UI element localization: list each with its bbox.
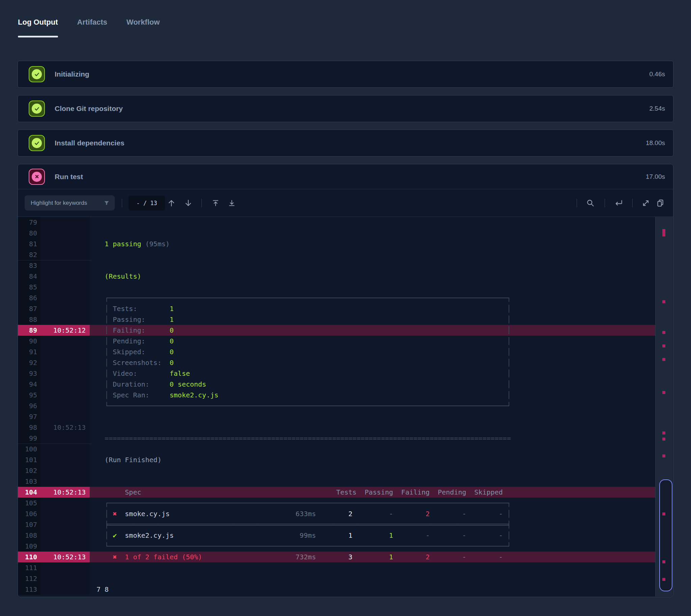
jump-to-bottom-icon xyxy=(228,199,236,207)
line-number: 111 xyxy=(18,563,41,573)
fullscreen-button[interactable] xyxy=(640,197,652,209)
log-line-111[interactable]: 111 xyxy=(18,563,673,573)
line-number: 105 xyxy=(18,498,41,508)
log-line-83[interactable]: 83 xyxy=(18,260,673,271)
log-line-87[interactable]: 87 │ Tests: 1 │ xyxy=(18,303,673,314)
line-content: ========================================… xyxy=(90,433,655,444)
line-content: ✖ 1 of 2 failed (50%) 732ms 3 1 2 - - xyxy=(90,552,655,563)
log-line-105[interactable]: 105 ┌───────────────────────────────────… xyxy=(18,498,673,508)
line-timestamp xyxy=(41,239,90,249)
log-line-106[interactable]: 106 │ ✖ smoke.cy.js 633ms 2 - 2 - - │ xyxy=(18,508,673,519)
minimap-marker xyxy=(662,300,665,303)
line-content xyxy=(90,444,655,455)
run-test-log-panel: Run test 17.00s Highlight for keywords -… xyxy=(18,164,673,597)
line-number: 98 xyxy=(18,422,41,433)
minimap-viewport-thumb[interactable] xyxy=(659,479,672,591)
log-line-91[interactable]: 91 │ Skipped: 0 │ xyxy=(18,347,673,357)
tab-log-output[interactable]: Log Output xyxy=(18,18,58,38)
step-clone-git-repository[interactable]: Clone Git repository 2.54s xyxy=(18,95,673,122)
log-line-109[interactable]: 109 └───────────────────────────────────… xyxy=(18,541,673,552)
log-line-90[interactable]: 90 │ Pending: 0 │ xyxy=(18,336,673,347)
log-line-102[interactable]: 102 xyxy=(18,465,673,476)
log-line-101[interactable]: 101 (Run Finished) xyxy=(18,455,673,465)
line-timestamp xyxy=(41,530,90,541)
line-timestamp xyxy=(41,347,90,357)
line-timestamp xyxy=(41,444,90,455)
line-number: 103 xyxy=(18,476,41,487)
log-line-88[interactable]: 88 │ Passing: 1 │ xyxy=(18,314,673,325)
log-line-92[interactable]: 92 │ Screenshots: 0 │ xyxy=(18,357,673,368)
line-number: 86 xyxy=(18,292,41,303)
line-content: │ Spec Ran: smoke2.cy.js │ xyxy=(90,390,655,400)
step-duration: 18.00s xyxy=(646,139,665,147)
log-line-107[interactable]: 107 ╞═══════════════════════════════════… xyxy=(18,519,673,530)
log-line-86[interactable]: 86 ┌────────────────────────────────────… xyxy=(18,292,673,303)
prev-match-button[interactable] xyxy=(165,197,177,209)
success-check-icon xyxy=(29,66,45,82)
search-button[interactable] xyxy=(584,197,597,209)
next-match-button[interactable] xyxy=(182,197,194,209)
log-line-93[interactable]: 93 │ Video: false │ xyxy=(18,368,673,379)
line-content: │ Pending: 0 │ xyxy=(90,336,655,347)
minimap-marker xyxy=(662,358,665,361)
line-number: 102 xyxy=(18,465,41,476)
line-content: │ ✖ smoke.cy.js 633ms 2 - 2 - - │ xyxy=(90,508,655,519)
line-number: 90 xyxy=(18,336,41,347)
log-line-103[interactable]: 103 xyxy=(18,476,673,487)
line-timestamp xyxy=(41,541,90,552)
log-line-113[interactable]: 1137 8 xyxy=(18,584,673,595)
log-line-82[interactable]: 82 xyxy=(18,249,673,260)
line-number: 107 xyxy=(18,519,41,530)
log-line-96[interactable]: 96 └────────────────────────────────────… xyxy=(18,400,673,411)
log-line-104[interactable]: 10410:52:13 Spec Tests Passing Failing P… xyxy=(18,487,673,498)
log-line-100[interactable]: 100 xyxy=(18,444,673,455)
log-line-98[interactable]: 9810:52:13 xyxy=(18,422,673,433)
line-content: Spec Tests Passing Failing Pending Skipp… xyxy=(90,487,655,498)
log-group-separator xyxy=(18,444,91,444)
step-run-test[interactable]: Run test 17.00s xyxy=(18,164,673,189)
log-line-85[interactable]: 85 xyxy=(18,282,673,292)
keyword-filter-input[interactable]: Highlight for keywords xyxy=(25,195,115,211)
line-timestamp xyxy=(41,357,90,368)
line-number: 81 xyxy=(18,239,41,249)
step-install-dependencies[interactable]: Install dependencies 18.00s xyxy=(18,130,673,156)
log-line-79[interactable]: 79 xyxy=(18,217,673,228)
scroll-to-top-button[interactable] xyxy=(210,197,222,209)
line-number: 89 xyxy=(18,325,41,336)
log-line-81[interactable]: 81 1 passing (95ms) xyxy=(18,239,673,249)
line-timestamp xyxy=(41,303,90,314)
line-timestamp xyxy=(41,368,90,379)
log-line-110[interactable]: 11010:52:13 ✖ 1 of 2 failed (50%) 732ms … xyxy=(18,552,673,563)
line-content: 7 8 xyxy=(90,584,655,595)
log-line-89[interactable]: 8910:52:12 │ Failing: 0 │ xyxy=(18,325,673,336)
wrap-lines-button[interactable] xyxy=(613,197,625,209)
log-line-97[interactable]: 97 xyxy=(18,411,673,422)
log-line-80[interactable]: 80 xyxy=(18,228,673,239)
wrap-lines-icon xyxy=(614,199,623,207)
log-group-separator xyxy=(18,260,91,260)
step-title: Run test xyxy=(55,173,83,181)
scroll-to-bottom-button[interactable] xyxy=(226,197,238,209)
line-timestamp: 10:52:13 xyxy=(41,552,90,563)
log-line-95[interactable]: 95 │ Spec Ran: smoke2.cy.js │ xyxy=(18,390,673,400)
toolbar-divider xyxy=(122,199,122,207)
log-line-84[interactable]: 84 (Results) xyxy=(18,271,673,282)
line-content xyxy=(90,573,655,584)
log-line-94[interactable]: 94 │ Duration: 0 seconds │ xyxy=(18,379,673,390)
line-timestamp xyxy=(41,292,90,303)
step-initializing[interactable]: Initializing 0.46s xyxy=(18,61,673,88)
line-content: ┌───────────────────────────────────────… xyxy=(90,292,655,303)
line-timestamp xyxy=(41,282,90,292)
arrow-down-icon xyxy=(184,199,193,207)
line-number: 93 xyxy=(18,368,41,379)
tab-workflow[interactable]: Workflow xyxy=(127,18,160,38)
tab-artifacts[interactable]: Artifacts xyxy=(77,18,107,38)
line-content xyxy=(90,249,655,260)
log-line-112[interactable]: 112 xyxy=(18,573,673,584)
minimap-marker xyxy=(662,391,665,394)
copy-log-button[interactable] xyxy=(654,197,666,209)
failure-x-icon xyxy=(29,169,45,185)
log-line-108[interactable]: 108 │ ✔ smoke2.cy.js 99ms 1 1 - - - │ xyxy=(18,530,673,541)
log-line-99[interactable]: 99 =====================================… xyxy=(18,433,673,444)
line-number: 80 xyxy=(18,228,41,239)
